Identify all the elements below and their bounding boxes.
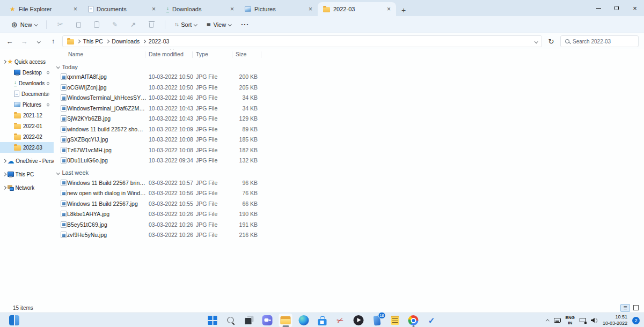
group-collapse-icon[interactable] — [56, 171, 60, 174]
sidebar-item[interactable]: 2022-03 — [0, 142, 54, 153]
tray-expand-icon[interactable] — [546, 319, 549, 323]
up-button[interactable] — [48, 38, 58, 44]
sidebar-item[interactable]: Documents — [0, 88, 54, 99]
explorer-tab[interactable]: Documents × — [83, 2, 161, 16]
expand-chevron-icon[interactable] — [3, 186, 6, 189]
file-row[interactable]: Windows 11 Build 22567.jpg 03-03-2022 10… — [54, 199, 644, 210]
clock[interactable]: 10:51 10-03-2022 — [603, 314, 627, 326]
search[interactable] — [224, 314, 238, 327]
close-button[interactable]: × — [626, 0, 644, 16]
expand-chevron-icon[interactable] — [3, 173, 6, 176]
details-view-button[interactable] — [620, 304, 630, 312]
file-row[interactable]: Windows 11 Build 22567 brings a new op..… — [54, 178, 644, 189]
sidebar-section[interactable]: This PC — [0, 169, 54, 180]
refresh-button[interactable] — [546, 38, 557, 45]
minimize-button[interactable] — [589, 0, 608, 16]
more-options-button[interactable] — [237, 19, 253, 30]
touch-keyboard-icon[interactable] — [554, 318, 561, 323]
todo-check[interactable] — [425, 314, 438, 327]
recent-locations-button[interactable] — [33, 40, 44, 43]
file-row[interactable]: new open with dialog in Windows 11 Buil.… — [54, 188, 644, 199]
sidebar-section[interactable]: OneDrive - Personal — [0, 155, 54, 166]
file-row[interactable]: L8kbe1AHYA.jpg 03-03-2022 10:26 JPG File… — [54, 209, 644, 220]
tab-close-icon[interactable]: × — [308, 6, 313, 12]
sidebar-item[interactable]: 2022-01 — [0, 121, 54, 131]
column-header-name[interactable]: Name — [68, 51, 83, 57]
start[interactable] — [206, 314, 219, 327]
expand-chevron-icon[interactable] — [3, 159, 6, 162]
file-row[interactable]: gSXZBqcYIJ.jpg 10-03-2022 10:08 JPG File… — [54, 135, 644, 145]
file-row[interactable]: WindowsTerminal_khHcesSYCB.jpg 10-03-202… — [54, 93, 644, 103]
sidebar-item[interactable]: 2022-02 — [0, 131, 54, 142]
widgets-button[interactable] — [8, 314, 21, 327]
chat[interactable] — [261, 314, 274, 327]
edge[interactable] — [297, 314, 311, 327]
sidebar-item[interactable]: 2021-12 — [0, 110, 54, 121]
file-row[interactable]: SjW2KYb6ZB.jpg 10-03-2022 10:43 JPG File… — [54, 114, 644, 124]
sidebar-item[interactable]: Pictures — [0, 99, 54, 110]
group-collapse-icon[interactable] — [56, 65, 60, 68]
toolbar-disabled-button[interactable] — [143, 19, 159, 30]
column-separator[interactable] — [145, 51, 145, 58]
search-box[interactable] — [560, 35, 639, 47]
explorer-tab[interactable]: 2022-03 × — [318, 2, 396, 16]
volume-icon[interactable] — [591, 317, 598, 323]
search-input[interactable] — [573, 39, 634, 44]
language-indicator[interactable]: ENG IN — [566, 315, 575, 325]
file-row[interactable]: Tz67W1vcMH.jpg 10-03-2022 10:08 JPG File… — [54, 145, 644, 156]
file-row[interactable]: 0Du1LulG6o.jpg 10-03-2022 09:34 JPG File… — [54, 155, 644, 166]
tab-close-icon[interactable]: × — [386, 6, 392, 12]
breadcrumb-segment[interactable]: 2022-03 — [149, 38, 170, 44]
toolbar-disabled-button[interactable] — [70, 19, 86, 30]
file-explorer[interactable] — [279, 314, 292, 327]
group-header[interactable]: Last week — [54, 168, 644, 178]
breadcrumb[interactable]: This PC Downloads 2022-03 — [62, 35, 542, 47]
toolbar-disabled-button[interactable] — [107, 19, 123, 30]
media-player[interactable] — [352, 314, 365, 327]
new-tab-button[interactable]: + — [401, 6, 406, 14]
address-dropdown-icon[interactable] — [535, 40, 538, 43]
back-button[interactable] — [4, 38, 15, 45]
tab-close-icon[interactable]: × — [72, 6, 78, 12]
sidebar-item[interactable]: Downloads — [0, 78, 54, 88]
sidebar-section[interactable]: Network — [0, 182, 54, 193]
sort-button[interactable]: Sort — [171, 19, 201, 30]
breadcrumb-segment[interactable]: Downloads — [112, 38, 140, 44]
file-row[interactable]: qxnmAfTA8f.jpg 10-03-2022 10:50 JPG File… — [54, 72, 644, 83]
breadcrumb-segment[interactable]: This PC — [83, 38, 103, 44]
column-header-type[interactable]: Type — [196, 51, 208, 57]
view-button[interactable]: View — [203, 19, 235, 30]
file-row[interactable]: oCGWIjZcnj.jpg 10-03-2022 10:50 JPG File… — [54, 83, 644, 93]
explorer-tab[interactable]: File Explorer × — [4, 2, 83, 16]
toolbar-disabled-button[interactable] — [89, 19, 105, 30]
notification-count-badge[interactable]: 2 — [632, 317, 640, 324]
group-header[interactable]: Today — [54, 62, 644, 72]
file-row[interactable]: zvf9He5yNu.jpg 03-03-2022 10:26 JPG File… — [54, 230, 644, 241]
toolbar-disabled-button[interactable] — [125, 19, 141, 30]
new-button[interactable]: New — [8, 19, 41, 31]
task-view[interactable] — [243, 314, 256, 327]
file-row[interactable]: B5ey51tC69.jpg 03-03-2022 10:26 JPG File… — [54, 220, 644, 231]
store[interactable] — [316, 314, 329, 327]
explorer-tab[interactable]: Pictures × — [239, 2, 318, 16]
column-separator[interactable] — [261, 51, 261, 58]
column-header-date-modified[interactable]: Date modified — [149, 51, 184, 57]
phone-link[interactable]: 18 — [370, 314, 384, 327]
snipping-tool[interactable] — [334, 314, 347, 327]
large-icons-view-button[interactable] — [631, 304, 641, 312]
maximize-button[interactable] — [608, 0, 626, 16]
column-separator[interactable] — [232, 51, 232, 58]
tab-close-icon[interactable]: × — [151, 6, 157, 12]
sidebar-section[interactable]: Quick access — [0, 56, 54, 67]
file-row[interactable]: WindowsTerminal_jOaf6Z2M1i.jpg 10-03-202… — [54, 103, 644, 114]
forward-button[interactable] — [19, 38, 30, 45]
sidebar-item[interactable]: Desktop — [0, 67, 54, 78]
chrome[interactable] — [407, 314, 420, 327]
tab-close-icon[interactable]: × — [229, 6, 235, 12]
column-header-size[interactable]: Size — [236, 51, 246, 57]
file-row[interactable]: windows 11 build 22572 show more opti...… — [54, 124, 644, 135]
expand-chevron-icon[interactable] — [3, 60, 6, 63]
column-separator[interactable] — [192, 51, 193, 58]
toolbar-disabled-button[interactable] — [52, 19, 68, 30]
notepad[interactable] — [389, 314, 402, 327]
